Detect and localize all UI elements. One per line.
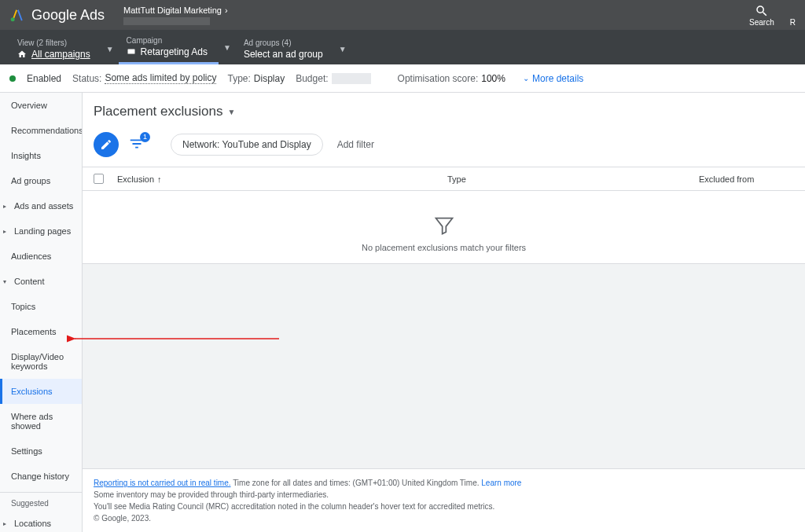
empty-state-text: No placement exclusions match your filte… — [362, 243, 526, 252]
th-type[interactable]: Type — [447, 174, 699, 184]
budget-label: Budget: — [296, 73, 328, 84]
status-dot-enabled — [9, 75, 16, 82]
sidebar-item-topics[interactable]: Topics — [0, 294, 82, 319]
content-area: Placement exclusions ▼ 1 Network: YouTub… — [83, 93, 805, 532]
filter-chip-network[interactable]: Network: YouTube and Display — [171, 134, 323, 156]
chevron-right-icon: › — [225, 6, 228, 16]
footer-learn-more-link[interactable]: Learn more — [481, 479, 521, 487]
filter-button[interactable]: 1 — [128, 135, 145, 155]
sidebar-item-adgroups[interactable]: Ad groups — [0, 168, 82, 193]
search-label: Search — [749, 18, 774, 27]
table-body-empty — [83, 264, 805, 468]
funnel-icon — [433, 215, 455, 237]
sidebar: Overview Recommendations Insights Ad gro… — [0, 93, 83, 532]
footer-tz: Time zone for all dates and times: (GMT+… — [231, 479, 482, 487]
sidebar-item-where-ads-showed[interactable]: Where ads showed — [0, 404, 82, 438]
th-excluded[interactable]: Excluded from — [699, 174, 794, 184]
svg-point-0 — [11, 17, 15, 21]
crumb-adgroup[interactable]: Ad groups (4) Select an ad group — [236, 33, 334, 64]
th-exclusion-label: Exclusion — [117, 174, 154, 184]
logo[interactable]: Google Ads — [9, 7, 105, 24]
sidebar-item-landing-pages[interactable]: Landing pages — [0, 218, 82, 244]
crumb-campaign[interactable]: Campaign Retargeting Ads — [119, 31, 219, 64]
google-ads-logo-icon — [9, 7, 25, 23]
header-r-label: R — [790, 18, 796, 27]
more-details-link[interactable]: ⌄ More details — [523, 73, 583, 84]
opt-value: 100% — [481, 73, 505, 84]
chevron-down-icon: ⌄ — [523, 74, 529, 83]
crumb-adgroup-bot: Select an ad group — [244, 49, 323, 60]
footer-copyright: © Google, 2023. — [94, 512, 794, 524]
account-name-label: MattTutt Digital Marketing — [123, 6, 222, 16]
crumb-view-bot: All campaigns — [31, 49, 90, 60]
sidebar-item-audiences[interactable]: Audiences — [0, 244, 82, 269]
sidebar-item-placements[interactable]: Placements — [0, 319, 82, 344]
select-all-checkbox[interactable] — [94, 174, 104, 184]
crumb-adgroup-top: Ad groups (4) — [244, 38, 323, 49]
sort-arrow-up-icon: ↑ — [157, 174, 162, 184]
sidebar-suggested-header: Suggested — [0, 492, 82, 511]
empty-state: No placement exclusions match your filte… — [83, 191, 805, 264]
sidebar-item-dv-keywords[interactable]: Display/Video keywords — [0, 344, 82, 379]
opt-label: Optimisation score: — [398, 73, 479, 84]
add-exclusion-button[interactable] — [94, 132, 119, 157]
status-bar: Enabled Status: Some ads limited by poli… — [0, 64, 805, 93]
account-id-redacted — [123, 17, 210, 25]
title-dropdown-icon[interactable]: ▼ — [227, 108, 235, 116]
sidebar-item-locations[interactable]: Locations — [0, 511, 82, 532]
type-label: Type: — [227, 73, 250, 84]
add-filter-button[interactable]: Add filter — [337, 139, 374, 150]
search-button[interactable]: Search — [749, 4, 774, 27]
display-icon — [127, 47, 136, 57]
footer-mrc: You'll see Media Rating Council (MRC) ac… — [94, 501, 794, 512]
sidebar-item-overview[interactable]: Overview — [0, 93, 82, 118]
account-switcher[interactable]: MattTutt Digital Marketing › — [123, 6, 228, 25]
crumb-campaign-bot: Retargeting Ads — [141, 46, 208, 57]
pencil-icon — [100, 138, 112, 151]
search-icon — [755, 4, 769, 18]
sidebar-item-insights[interactable]: Insights — [0, 143, 82, 168]
filter-count-badge: 1 — [140, 132, 150, 142]
sidebar-item-ads-assets[interactable]: Ads and assets — [0, 193, 82, 218]
type-value: Display — [254, 73, 285, 84]
header-r-button[interactable]: R — [790, 4, 796, 27]
footer-inventory: Some inventory may be provided through t… — [94, 489, 794, 501]
more-details-label: More details — [532, 73, 583, 84]
table-header: Exclusion ↑ Type Excluded from — [83, 167, 805, 191]
crumb-campaign-top: Campaign — [127, 35, 208, 46]
status-value[interactable]: Some ads limited by policy — [105, 72, 216, 84]
sidebar-item-recommendations[interactable]: Recommendations — [0, 118, 82, 143]
breadcrumb-bar: View (2 filters) All campaigns ▼ Campaig… — [0, 30, 805, 64]
sidebar-item-change-history[interactable]: Change history — [0, 464, 82, 489]
footer: Reporting is not carried out in real tim… — [83, 468, 805, 532]
th-exclusion[interactable]: Exclusion ↑ — [117, 174, 447, 184]
sidebar-item-content[interactable]: Content — [0, 269, 82, 294]
page-title: Placement exclusions — [94, 104, 222, 119]
footer-realtime-link[interactable]: Reporting is not carried out in real tim… — [94, 479, 231, 487]
sidebar-item-exclusions[interactable]: Exclusions — [0, 379, 82, 404]
home-icon — [17, 50, 27, 59]
product-name: Google Ads — [31, 7, 105, 24]
budget-value-redacted — [332, 73, 371, 84]
crumb-view[interactable]: View (2 filters) All campaigns — [9, 33, 101, 64]
status-enabled: Enabled — [27, 73, 61, 84]
crumb-view-top: View (2 filters) — [17, 38, 90, 49]
svg-rect-1 — [127, 50, 134, 54]
status-label: Status: — [72, 73, 101, 84]
sidebar-item-settings[interactable]: Settings — [0, 438, 82, 464]
app-header: Google Ads MattTutt Digital Marketing › … — [0, 0, 805, 30]
